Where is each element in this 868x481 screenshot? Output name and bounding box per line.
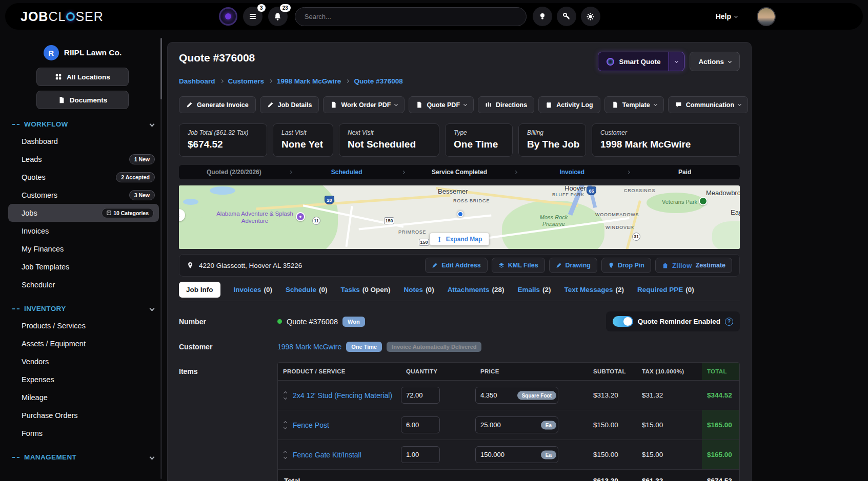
company-row[interactable]: R RIIPL Lawn Co.: [0, 45, 165, 60]
drop-pin-button[interactable]: Drop Pin: [601, 258, 651, 273]
status-ring-button[interactable]: [219, 7, 237, 26]
breadcrumb-customers[interactable]: Customers: [228, 77, 265, 85]
user-avatar[interactable]: [757, 7, 776, 26]
activity-log-button[interactable]: Activity Log: [538, 96, 600, 113]
unit-badge: Square Foot: [517, 391, 556, 400]
tab-attachments[interactable]: Attachments(28): [448, 286, 504, 294]
job-details-button[interactable]: Job Details: [260, 96, 319, 113]
edit-address-button[interactable]: Edit Address: [425, 258, 488, 273]
breadcrumb-dashboard[interactable]: Dashboard: [179, 77, 215, 85]
customer-link[interactable]: 1998 Mark McGwire: [277, 343, 341, 351]
tab-count: (0 Open): [362, 286, 391, 294]
chevron-left-icon: [179, 213, 181, 217]
sidebar-item-forms[interactable]: Forms: [0, 424, 165, 442]
sidebar-item-label: Quotes: [22, 173, 46, 181]
sidebar-item-vendors[interactable]: Vendors: [0, 352, 165, 370]
sidebar-item-products-services[interactable]: Products / Services: [0, 317, 165, 334]
map-label-bluff-park: BLUFF PARK: [552, 192, 584, 197]
sidebar-item-leads[interactable]: Leads1 New: [0, 150, 165, 168]
ideas-button[interactable]: [533, 7, 552, 26]
step-service-completed[interactable]: Service Completed: [405, 169, 515, 176]
tab-job-info[interactable]: Job Info: [179, 282, 220, 298]
zillow-zestimate-button[interactable]: Zillow Zestimate: [655, 258, 732, 273]
quote-pdf-button[interactable]: Quote PDF: [409, 96, 474, 113]
sidebar-item-invoices[interactable]: Invoices: [0, 222, 165, 240]
activity-log-label: Activity Log: [556, 101, 593, 109]
section-workflow[interactable]: WORKFLOW: [12, 120, 154, 128]
tab-tasks[interactable]: Tasks(0 Open): [341, 286, 391, 294]
product-link[interactable]: 2x4 12' Stud (Fencing Material): [293, 391, 392, 400]
sidebar-item-jobs[interactable]: Jobs 10 Categories: [8, 204, 159, 222]
smart-quote-dropdown-button[interactable]: [669, 52, 684, 71]
section-management[interactable]: MANAGEMENT: [12, 453, 154, 461]
drawing-label: Drawing: [566, 262, 591, 269]
quantity-input[interactable]: [401, 387, 440, 404]
queue-button[interactable]: 3: [243, 7, 263, 26]
chevron-up-icon: [284, 391, 287, 394]
settings-button[interactable]: [581, 7, 600, 26]
reorder-handle[interactable]: [284, 451, 287, 458]
table-row: 2x4 12' Stud (Fencing Material) Square F…: [278, 381, 739, 410]
sidebar-item-dashboard[interactable]: Dashboard: [0, 132, 165, 150]
tab-emails[interactable]: Emails(2): [517, 286, 551, 294]
product-link[interactable]: Fence Post: [293, 421, 329, 429]
jobs-badge: 10 Categories: [102, 208, 154, 218]
communication-button[interactable]: Communication: [668, 96, 748, 113]
sidebar-item-scheduler[interactable]: Scheduler: [0, 276, 165, 294]
reorder-handle[interactable]: [284, 422, 287, 429]
job-location-marker[interactable]: [457, 211, 463, 217]
quote-reminder-toggle[interactable]: [613, 316, 633, 327]
expand-map-button[interactable]: Expand Map: [430, 233, 489, 245]
product-link[interactable]: Fence Gate Kit/Install: [293, 451, 361, 459]
sidebar-item-job-templates[interactable]: Job Templates: [0, 258, 165, 276]
quantity-input[interactable]: [401, 446, 440, 463]
one-time-badge: One Time: [346, 342, 382, 352]
map[interactable]: Bessemer ROSS BRIDGE BLUFF PARK Hoover C…: [179, 185, 740, 249]
help-menu[interactable]: Help: [716, 12, 737, 20]
step-invoiced[interactable]: Invoiced: [517, 169, 627, 176]
kml-files-button[interactable]: KML Files: [492, 258, 545, 273]
search-input[interactable]: [295, 7, 527, 26]
section-inventory[interactable]: INVENTORY: [12, 305, 154, 312]
template-button[interactable]: Template: [604, 96, 664, 113]
sidebar-item-purchase-orders[interactable]: Purchase Orders: [0, 406, 165, 424]
stat-label: Billing: [527, 129, 577, 136]
quote-pdf-label: Quote PDF: [427, 101, 460, 109]
sidebar-scrollbar-thumb[interactable]: [160, 38, 162, 99]
actions-button[interactable]: Actions: [690, 52, 740, 71]
tab-count: (0): [685, 286, 694, 294]
tab-label: Required PPE: [637, 286, 683, 294]
smart-quote-button[interactable]: Smart Quote: [598, 52, 669, 71]
sidebar-item-mileage[interactable]: Mileage: [0, 388, 165, 406]
quantity-input[interactable]: [401, 416, 440, 433]
work-order-pdf-button[interactable]: Work Order PDF: [323, 96, 405, 113]
keys-button[interactable]: [557, 7, 576, 26]
sidebar-item-my-finances[interactable]: My Finances: [0, 240, 165, 258]
sidebar-scrollbar-track[interactable]: [160, 38, 162, 479]
help-question-icon[interactable]: ?: [725, 318, 733, 326]
drawing-button[interactable]: Drawing: [549, 258, 597, 273]
sidebar-item-customers[interactable]: Customers3 New: [0, 186, 165, 204]
step-quoted[interactable]: Quoted (2/20/2026): [179, 169, 289, 176]
breadcrumb-quote[interactable]: Quote #376008: [354, 77, 402, 85]
notifications-button[interactable]: 23: [268, 7, 288, 26]
documents-button[interactable]: Documents: [36, 91, 129, 109]
all-locations-button[interactable]: All Locations: [36, 68, 129, 86]
step-paid[interactable]: Paid: [630, 169, 740, 176]
sidebar-item-assets-equipment[interactable]: Assets / Equipment: [0, 334, 165, 352]
tab-schedule[interactable]: Schedule(0): [286, 286, 328, 294]
tab-text-messages[interactable]: Text Messages(2): [564, 286, 624, 294]
generate-invoice-button[interactable]: Generate Invoice: [179, 96, 256, 113]
step-scheduled[interactable]: Scheduled: [292, 169, 402, 176]
reorder-handle[interactable]: [284, 392, 287, 399]
directions-button[interactable]: Directions: [478, 96, 534, 113]
sidebar-item-expenses[interactable]: Expenses: [0, 370, 165, 388]
tab-invoices[interactable]: Invoices(0): [234, 286, 273, 294]
tab-required-ppe[interactable]: Required PPE(0): [637, 286, 694, 294]
breadcrumb-customer-name[interactable]: 1998 Mark McGwire: [277, 77, 341, 85]
sidebar-item-quotes[interactable]: Quotes2 Accepted: [0, 168, 165, 186]
map-label-crossings: CROSSINGS: [624, 188, 655, 193]
dashes-icon: [12, 457, 19, 458]
dashes-icon: [12, 308, 19, 309]
tab-notes[interactable]: Notes(0): [404, 286, 434, 294]
